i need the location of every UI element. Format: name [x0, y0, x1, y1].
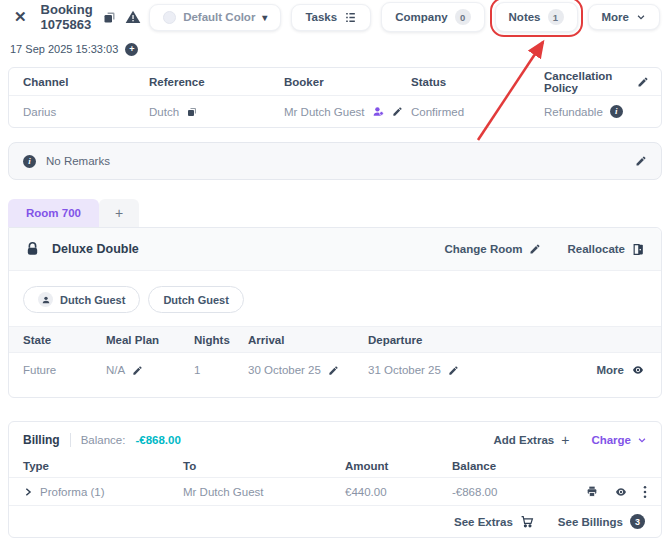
invoice-type-cell: Proforma (1) [23, 486, 183, 498]
chevron-right-icon[interactable] [23, 487, 33, 497]
more-button[interactable]: More [588, 4, 660, 30]
add-extras-button[interactable]: Add Extras + [493, 432, 569, 448]
add-room-tab[interactable]: + [99, 199, 139, 227]
copy-icon[interactable] [186, 106, 198, 118]
meal-plan-value: N/A [106, 364, 125, 376]
notes-count-badge: 1 [548, 9, 564, 25]
guest-profile-icon[interactable] [372, 105, 385, 118]
col-cancellation-policy: Cancellation Policy [544, 70, 649, 94]
edit-icon[interactable] [328, 365, 339, 376]
guest-chip[interactable]: Dutch Guest [148, 286, 243, 313]
col-state: State [23, 334, 106, 346]
color-swatch-icon [163, 11, 176, 24]
booking-created-row: 17 Sep 2025 15:33:03 + [0, 34, 670, 58]
close-icon[interactable]: ✕ [10, 8, 31, 26]
edit-icon[interactable] [637, 76, 649, 88]
tasks-button[interactable]: Tasks [291, 4, 371, 31]
lock-icon [25, 241, 40, 257]
billing-card: Billing Balance: -€868.00 Add Extras + C… [8, 421, 662, 538]
stay-table-header: State Meal Plan Nights Arrival Departure [9, 326, 661, 353]
company-count-badge: 0 [455, 9, 471, 25]
edit-icon[interactable] [132, 365, 143, 376]
plus-icon: + [561, 432, 569, 448]
invoice-amount-value: €440.00 [345, 486, 452, 498]
booking-detail-page: ✕ Booking 1075863 Default Color ▾ Tasks … [0, 0, 670, 540]
nights-value: 1 [194, 364, 248, 376]
col-type: Type [23, 460, 183, 472]
page-title: Booking 1075863 [41, 2, 95, 32]
notes-button[interactable]: Notes 1 [495, 2, 578, 32]
divider [70, 433, 71, 447]
edit-icon[interactable] [392, 106, 403, 117]
add-icon[interactable]: + [125, 43, 138, 56]
col-status: Status [411, 76, 544, 88]
arrival-value: 30 October 25 [248, 364, 321, 376]
topbar-actions: Default Color ▾ Tasks Company 0 Notes 1 … [149, 2, 660, 32]
status-value: Confirmed [411, 106, 544, 118]
booking-summary-card: Channel Reference Booker Status Cancella… [8, 67, 662, 128]
more-details-button[interactable]: More [597, 364, 645, 376]
col-balance: Balance [452, 460, 647, 472]
remarks-bar: i No Remarks [8, 142, 662, 180]
charge-button[interactable]: Charge [591, 434, 647, 446]
booking-table-row: Darius Dutch Mr Dutch Guest Confirmed Re… [9, 96, 661, 127]
balance-amount: -€868.00 [135, 434, 180, 446]
guest-chip[interactable]: Dutch Guest [23, 286, 140, 313]
balance-label: Balance: [81, 434, 126, 446]
change-room-button[interactable]: Change Room [445, 243, 542, 255]
kebab-menu-icon[interactable] [643, 485, 647, 499]
reference-cell: Dutch [149, 106, 284, 118]
topbar: ✕ Booking 1075863 Default Color ▾ Tasks … [0, 0, 670, 34]
reference-value: Dutch [149, 106, 179, 118]
booker-value: Mr Dutch Guest [284, 106, 365, 118]
see-billings-button[interactable]: See Billings 3 [558, 514, 645, 529]
room-type-title: Deluxe Double [52, 242, 139, 256]
warning-icon[interactable] [125, 9, 141, 25]
chevron-down-icon: ▾ [262, 12, 267, 23]
tab-room-700[interactable]: Room 700 [8, 199, 99, 227]
eye-icon [631, 364, 645, 376]
eye-icon[interactable] [614, 486, 628, 498]
person-icon [38, 292, 53, 307]
room-header: Deluxe Double Change Room Reallocate [9, 228, 661, 271]
invoice-to-value: Mr Dutch Guest [183, 486, 345, 498]
departure-value: 31 October 25 [368, 364, 441, 376]
room-card: Deluxe Double Change Room Reallocate [8, 227, 662, 398]
state-value: Future [23, 364, 106, 376]
door-exit-icon [632, 243, 645, 256]
notes-label: Notes [509, 11, 541, 23]
info-icon: i [23, 155, 36, 168]
cancellation-policy-value: Refundable [544, 106, 603, 118]
company-label: Company [395, 11, 447, 23]
meal-plan-cell: N/A [106, 364, 194, 376]
edit-icon[interactable] [448, 365, 459, 376]
billing-header: Billing Balance: -€868.00 Add Extras + C… [9, 422, 661, 454]
copy-icon[interactable] [102, 10, 117, 25]
room-tabs: Room 700 + [8, 199, 662, 227]
col-meal-plan: Meal Plan [106, 334, 194, 346]
invoice-balance-value: -€868.00 [452, 486, 585, 498]
booking-table-header: Channel Reference Booker Status Cancella… [9, 68, 661, 96]
edit-icon[interactable] [635, 155, 647, 167]
default-color-label: Default Color [183, 11, 255, 23]
plus-icon: + [115, 205, 123, 221]
edit-icon [529, 243, 541, 255]
chevron-down-icon [636, 12, 646, 22]
booking-created-timestamp: 17 Sep 2025 15:33:03 [10, 43, 118, 55]
default-color-button[interactable]: Default Color ▾ [149, 4, 281, 31]
cart-icon [520, 515, 534, 528]
print-icon[interactable] [585, 485, 599, 498]
see-extras-button[interactable]: See Extras [454, 515, 534, 528]
col-reference: Reference [149, 76, 284, 88]
col-amount: Amount [345, 460, 452, 472]
arrival-cell: 30 October 25 [248, 364, 368, 376]
col-departure: Departure [368, 334, 645, 346]
billing-title: Billing [23, 433, 60, 447]
remarks-text: No Remarks [46, 155, 110, 167]
company-button[interactable]: Company 0 [381, 2, 484, 32]
reallocate-button[interactable]: Reallocate [567, 243, 645, 256]
departure-cell: 31 October 25 [368, 364, 597, 376]
billing-table-row: Proforma (1) Mr Dutch Guest €440.00 -€86… [9, 478, 661, 505]
info-icon[interactable]: i [610, 105, 623, 118]
invoice-row-actions [585, 485, 647, 499]
